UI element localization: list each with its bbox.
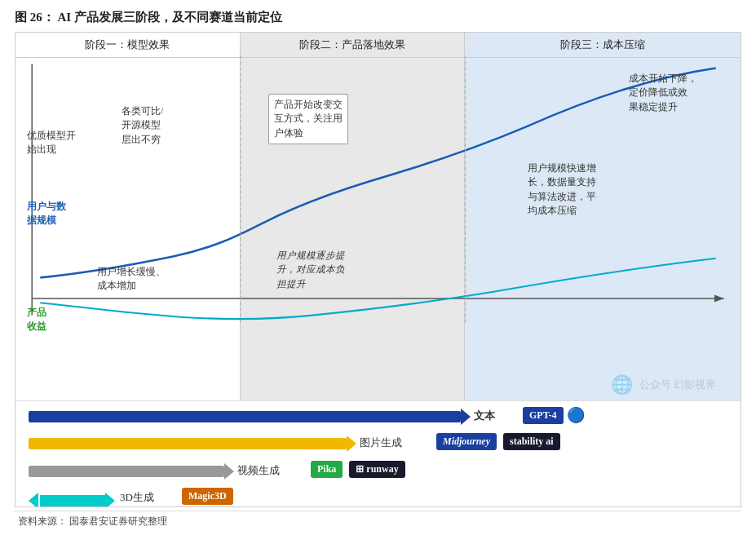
annotation-cost-rise: 用户规模逐步提升，对应成本负担提升 [276, 249, 345, 291]
bar-row-video: 视频生成 Pika ⊞ runway [15, 460, 741, 483]
page-container: 图 26： AI 产品发展三阶段，及不同赛道当前定位 阶段一：模型效果 阶段二：… [0, 0, 756, 535]
watermark: 🌐 公众号 幻影视界 [611, 374, 716, 396]
bar-3d-label: 3D生成 [120, 490, 154, 505]
bar-3d-track [40, 495, 105, 506]
bar-image-track [29, 438, 347, 449]
chart-title: 图 26： AI 产品发展三阶段，及不同赛道当前定位 [15, 10, 741, 25]
watermark-text: 公众号 幻影视界 [639, 378, 716, 392]
diagram-area: 阶段一：模型效果 阶段二：产品落地效果 阶段三：成本压缩 [15, 32, 741, 507]
bar-row-text: 文本 GPT-4 🔵 [15, 405, 741, 428]
bar-text-arrow [461, 409, 471, 425]
annotation-product-ux: 产品开始改变交互方式，关注用户体验 [268, 94, 348, 144]
bar-video-arrow [224, 463, 234, 480]
bar-image-label: 图片生成 [360, 436, 402, 450]
bar-3d-arrow-left [29, 493, 38, 507]
source-line: 资料来源： 国泰君安证券研究整理 [15, 511, 741, 528]
bars-section: 文本 GPT-4 🔵 图片生成 Midjourney stability ai [15, 400, 741, 506]
pika-tag: Pika [311, 461, 343, 478]
stability-tag: stability ai [503, 433, 560, 450]
bar-video-label: 视频生成 [237, 463, 280, 478]
bar-text-track [29, 411, 461, 422]
bar-row-image: 图片生成 Midjourney stability ai [15, 432, 741, 455]
runway-tag: ⊞ runway [349, 461, 405, 478]
bar-image-arrow [347, 436, 356, 452]
annotation-slow-growth: 用户增长缓慢、成本增加 [97, 265, 166, 294]
label-product-revenue: 产品收益 [27, 306, 46, 334]
label-user-data: 用户与数据规模 [27, 200, 66, 228]
image-brands: Midjourney stability ai [433, 433, 560, 450]
video-brands: Pika ⊞ runway [307, 461, 405, 478]
openai-icon: 🔵 [567, 406, 585, 424]
annotation-user-scale: 用户规模快速增长，数据量支持与算法改进，平均成本压缩 [528, 161, 596, 218]
bar-video-track [29, 466, 224, 477]
bar-text-label: 文本 [474, 409, 495, 423]
annotation-cost-down: 成本开始下降，定价降低或效果稳定提升 [629, 72, 697, 114]
bar-3d-arrow-right [105, 493, 115, 507]
phase2-header: 阶段二：产品落地效果 [241, 33, 465, 58]
bar-row-3d: 3D生成 Magic3D [15, 487, 741, 507]
phase3-header: 阶段三：成本压缩 [465, 33, 741, 58]
gpt4-brand: GPT-4 🔵 [519, 406, 585, 424]
gpt4-tag: GPT-4 [523, 407, 564, 424]
midjourney-tag: Midjourney [436, 433, 497, 450]
magic3d-brand: Magic3D [179, 488, 233, 505]
watermark-icon: 🌐 [611, 374, 633, 396]
magic3d-tag: Magic3D [182, 488, 233, 505]
bar-3d-container [29, 493, 115, 507]
source-text: 资料来源： 国泰君安证券研究整理 [18, 515, 167, 527]
phase1-header: 阶段一：模型效果 [15, 33, 240, 58]
annotation-quality-model: 优质模型开始出现 [27, 129, 76, 157]
annotation-opensource: 各类可比/开源模型层出不穷 [122, 104, 163, 147]
